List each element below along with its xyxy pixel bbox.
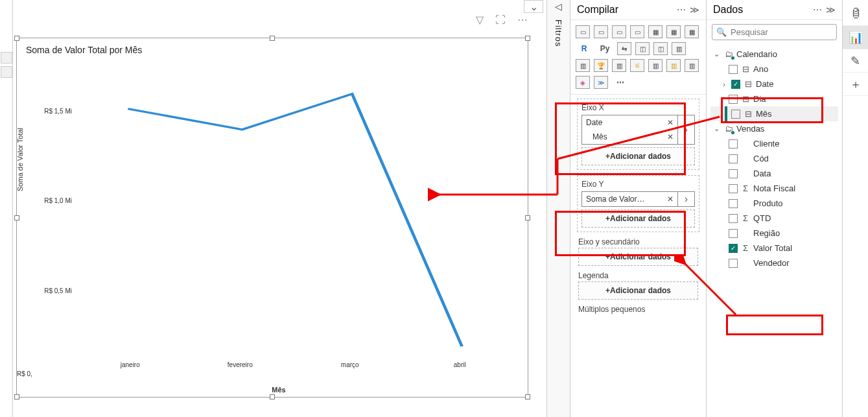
- field-ano[interactable]: ⊟ Ano: [710, 62, 838, 77]
- field-regiao[interactable]: Região: [710, 226, 838, 241]
- x-tick: abril: [405, 361, 515, 374]
- viz-type-icon[interactable]: ▭: [576, 25, 590, 38]
- well-slot[interactable]: Soma de Valor… ✕ ›: [581, 191, 695, 207]
- checkbox[interactable]: [729, 199, 738, 208]
- more-icon[interactable]: ⋯: [813, 5, 822, 15]
- more-icon[interactable]: ⋯: [677, 5, 686, 15]
- field-nota-fiscal[interactable]: Σ Nota Fiscal: [710, 181, 838, 196]
- table-vendas[interactable]: ⌄ 🗂 Vendas: [710, 121, 838, 136]
- expand-icon[interactable]: ›: [720, 80, 729, 88]
- viz-type-icon[interactable]: ▭: [594, 25, 608, 38]
- well-slot[interactable]: Date ✕ Mês ✕ ›: [581, 115, 695, 145]
- checkbox[interactable]: [731, 110, 740, 119]
- checkbox[interactable]: [729, 259, 738, 268]
- checkbox[interactable]: [729, 65, 738, 74]
- checkbox[interactable]: [729, 95, 738, 104]
- viz-py-icon[interactable]: Py: [596, 42, 613, 55]
- viz-type-icon[interactable]: ▦: [666, 25, 681, 38]
- field-vendedor[interactable]: Vendedor: [710, 256, 838, 270]
- viz-type-icon[interactable]: ≫: [594, 76, 608, 89]
- chart-view-icon[interactable]: 📊: [843, 26, 869, 49]
- add-data-button[interactable]: +Adicionar dados: [581, 147, 695, 165]
- expand-field-icon[interactable]: ›: [677, 115, 694, 144]
- table-calendario[interactable]: ⌄ 🗂 Calendario: [710, 47, 838, 62]
- viz-r-icon[interactable]: R: [576, 42, 592, 55]
- remove-field-icon[interactable]: ✕: [667, 195, 674, 204]
- viz-type-icon[interactable]: ⚟: [630, 59, 644, 72]
- expand-icon[interactable]: ⌄: [712, 125, 721, 133]
- field-cliente[interactable]: Cliente: [710, 136, 838, 151]
- checkbox[interactable]: [729, 154, 738, 163]
- well-field-mes[interactable]: Mês ✕: [582, 130, 677, 144]
- checkbox[interactable]: ✓: [729, 244, 738, 253]
- checkbox[interactable]: [729, 214, 738, 223]
- report-canvas[interactable]: ⌄ ▽ ⛶ ⋯ Soma de Valor Total por Mês Soma…: [13, 0, 546, 417]
- viz-type-icon[interactable]: ◫: [653, 42, 668, 55]
- checkbox[interactable]: [729, 229, 738, 238]
- field-dia[interactable]: ⊟ Dia: [710, 91, 838, 106]
- expand-icon[interactable]: ◁: [555, 1, 562, 12]
- canvas-collapse-button[interactable]: ⌄: [524, 0, 543, 13]
- field-qtd[interactable]: Σ QTD: [710, 211, 838, 226]
- viz-type-icon[interactable]: ◫: [635, 42, 650, 55]
- focus-icon[interactable]: ⛶: [495, 14, 506, 26]
- collapse-icon[interactable]: ≫: [690, 5, 699, 15]
- well-field-date[interactable]: Date ✕: [582, 115, 677, 130]
- model-view-icon[interactable]: ✎: [843, 49, 869, 73]
- resize-handle[interactable]: [270, 36, 275, 41]
- field-valor-total[interactable]: ✓ Σ Valor Total: [710, 241, 838, 256]
- viz-type-icon[interactable]: ▥: [685, 59, 699, 72]
- y-tick: R$ 1,0 Mi: [36, 197, 72, 204]
- resize-handle[interactable]: [525, 215, 530, 220]
- search-input[interactable]: 🔍 Pesquisar: [712, 24, 837, 40]
- remove-field-icon[interactable]: ✕: [667, 132, 674, 141]
- data-view-icon[interactable]: 🛢: [843, 3, 869, 26]
- field-name: Mês: [756, 109, 837, 119]
- checkbox[interactable]: ✓: [731, 80, 740, 89]
- filter-icon[interactable]: ▽: [476, 14, 484, 26]
- viz-type-icon[interactable]: ◈: [576, 76, 590, 89]
- viz-type-icon[interactable]: ▥: [666, 59, 681, 72]
- viz-type-icon[interactable]: ▦: [685, 25, 699, 38]
- checkbox[interactable]: [729, 169, 738, 178]
- field-date[interactable]: › ✓ ⊟ Date: [710, 77, 838, 91]
- add-data-button[interactable]: +Adicionar dados: [581, 209, 695, 228]
- field-mes[interactable]: ⊟ Mês: [710, 106, 838, 121]
- viz-more-icon[interactable]: ⋯: [612, 76, 629, 89]
- collapse-icon[interactable]: ≫: [826, 5, 836, 15]
- viz-type-icon[interactable]: ⇆: [617, 42, 631, 55]
- viz-type-icon[interactable]: ▦: [648, 25, 663, 38]
- expand-icon[interactable]: ⌄: [712, 50, 721, 58]
- add-data-button[interactable]: +Adicionar dados: [578, 248, 698, 266]
- resize-handle[interactable]: [525, 394, 530, 399]
- add-icon[interactable]: ＋: [843, 73, 869, 96]
- viz-type-icon[interactable]: ▥: [576, 59, 590, 72]
- field-cod[interactable]: Cód: [710, 151, 838, 166]
- remove-field-icon[interactable]: ✕: [667, 118, 674, 127]
- resize-handle[interactable]: [270, 394, 275, 399]
- filtros-pane-collapsed[interactable]: ◁ Filtros: [546, 0, 570, 417]
- resize-handle[interactable]: [14, 215, 19, 220]
- expand-field-icon[interactable]: ›: [677, 192, 694, 206]
- more-icon[interactable]: ⋯: [517, 14, 528, 26]
- field-produto[interactable]: Produto: [710, 196, 838, 211]
- fields-tree: ⌄ 🗂 Calendario ⊟ Ano › ✓ ⊟ Date ⊟ Dia ⊟ …: [707, 44, 842, 417]
- resize-handle[interactable]: [14, 394, 19, 399]
- line-chart-visual[interactable]: ▽ ⛶ ⋯ Soma de Valor Total por Mês Soma d…: [16, 38, 528, 398]
- well-field-valor-total[interactable]: Soma de Valor… ✕: [582, 192, 677, 206]
- tool-btn-2[interactable]: [1, 66, 12, 78]
- field-data[interactable]: Data: [710, 166, 838, 181]
- tool-btn-1[interactable]: [1, 52, 12, 64]
- resize-handle[interactable]: [525, 36, 530, 41]
- viz-type-icon[interactable]: ▥: [648, 59, 663, 72]
- viz-type-icon[interactable]: ▥: [672, 42, 686, 55]
- viz-type-icon[interactable]: ▭: [630, 25, 644, 38]
- add-data-button[interactable]: +Adicionar dados: [578, 281, 698, 300]
- checkbox[interactable]: [729, 139, 738, 149]
- viz-type-icon[interactable]: ▭: [612, 25, 626, 38]
- viz-type-icon[interactable]: 🏆: [594, 59, 608, 72]
- resize-handle[interactable]: [14, 36, 19, 41]
- viz-type-icon[interactable]: ▥: [612, 59, 626, 72]
- x-tick: fevereiro: [185, 361, 296, 374]
- checkbox[interactable]: [729, 184, 738, 193]
